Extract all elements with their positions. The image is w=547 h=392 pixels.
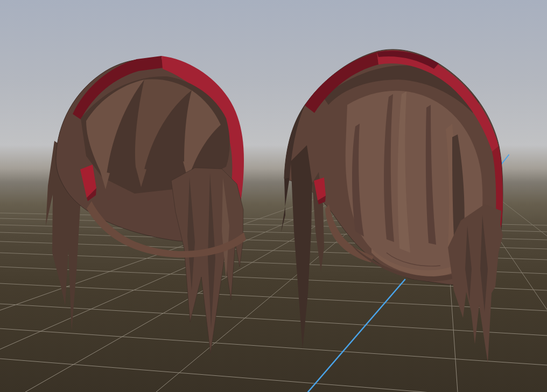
scene-canvas xyxy=(0,0,547,392)
3d-viewport[interactable] xyxy=(0,0,547,392)
